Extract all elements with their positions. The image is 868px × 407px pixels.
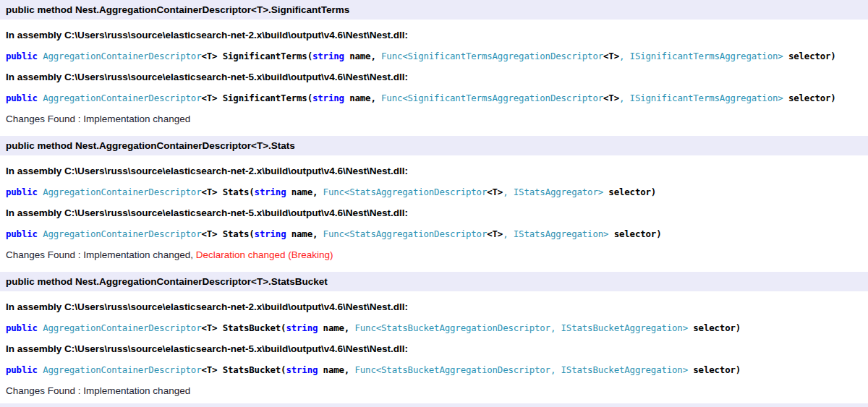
assembly-path-old: In assembly C:\Users\russ\source\elastic…: [0, 25, 868, 46]
method-diff-section-stats: public method Nest.AggregationContainerD…: [0, 136, 868, 265]
section-body: In assembly C:\Users\russ\source\elastic…: [0, 155, 868, 265]
method-diff-section-significantterms: public method Nest.AggregationContainerD…: [0, 0, 868, 129]
changes-found-line: Changes Found : Implementation changed: [0, 380, 868, 401]
method-signature-old: public AggregationContainerDescriptor<T>…: [0, 46, 868, 67]
diff-report: public method Nest.AggregationContainerD…: [0, 0, 868, 407]
assembly-path-new: In assembly C:\Users\russ\source\elastic…: [0, 338, 868, 359]
assembly-path-old: In assembly C:\Users\russ\source\elastic…: [0, 160, 868, 181]
method-signature-new: public AggregationContainerDescriptor<T>…: [0, 359, 868, 380]
assembly-path-new: In assembly C:\Users\russ\source\elastic…: [0, 202, 868, 223]
method-signature-new: public AggregationContainerDescriptor<T>…: [0, 87, 868, 108]
method-title: public method Nest.AggregationContainerD…: [6, 4, 349, 15]
method-header-bar: public method Nest.AggregationContainerD…: [0, 136, 868, 155]
method-signature-old: public AggregationContainerDescriptor<T>…: [0, 317, 868, 338]
method-header-bar: public method Nest.AggregationContainerD…: [0, 0, 868, 20]
section-body: In assembly C:\Users\russ\source\elastic…: [0, 291, 868, 401]
method-signature-old: public AggregationContainerDescriptor<T>…: [0, 181, 868, 202]
method-signature-new: public AggregationContainerDescriptor<T>…: [0, 223, 868, 244]
method-diff-section-statsbucket: public method Nest.AggregationContainerD…: [0, 272, 868, 401]
next-section-header-bar-partial: [0, 403, 868, 407]
method-title: public method Nest.AggregationContainerD…: [6, 276, 328, 287]
assembly-path-new: In assembly C:\Users\russ\source\elastic…: [0, 67, 868, 87]
section-body: In assembly C:\Users\russ\source\elastic…: [0, 20, 868, 129]
method-header-bar: public method Nest.AggregationContainerD…: [0, 272, 868, 291]
changes-found-line: Changes Found : Implementation changed: [0, 108, 868, 129]
method-title: public method Nest.AggregationContainerD…: [6, 140, 295, 151]
changes-found-line: Changes Found : Implementation changed, …: [0, 244, 868, 265]
assembly-path-old: In assembly C:\Users\russ\source\elastic…: [0, 296, 868, 317]
